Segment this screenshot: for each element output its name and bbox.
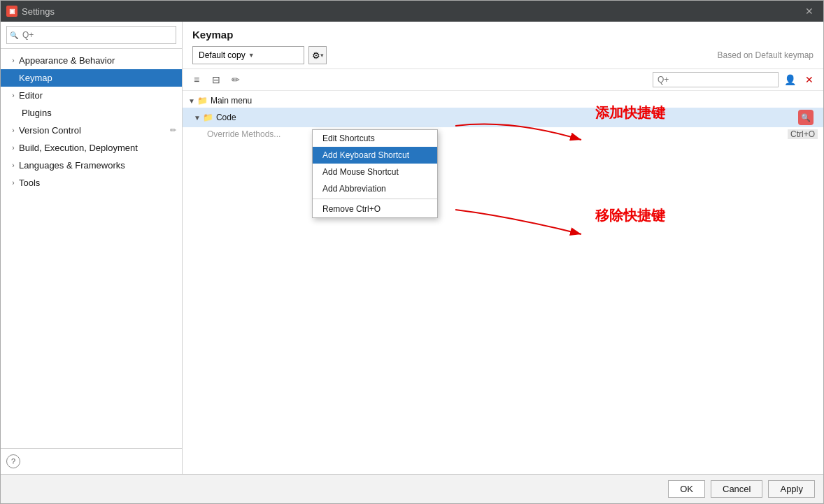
keymap-toolbar: Default copy ▼ ⚙ ▾ Based on Default keym… <box>192 46 814 64</box>
sidebar-label-appearance: Appearance & Behavior <box>19 55 115 66</box>
search-box <box>1 22 182 49</box>
help-button[interactable]: ? <box>6 454 20 468</box>
ctx-divider <box>313 199 437 199</box>
sidebar: › Appearance & Behavior Keymap › Editor … <box>1 22 183 474</box>
action-toolbar: ≡ ⊟ ✏ 👤 ✕ <box>183 69 823 91</box>
tree-label-main-menu: Main menu <box>211 96 818 106</box>
sidebar-item-tools[interactable]: › Tools <box>1 174 182 192</box>
apply-button[interactable]: Apply <box>768 480 815 498</box>
sidebar-bottom: ? <box>1 448 182 474</box>
context-menu: Edit Shortcuts Add Keyboard Shortcut Add… <box>312 129 438 218</box>
panel-title: Keymap <box>192 29 814 41</box>
settings-window: ▣ Settings ✕ › Appearance & Behavior <box>0 0 824 504</box>
ctx-edit-shortcuts[interactable]: Edit Shortcuts <box>313 130 437 147</box>
window-title: Settings <box>22 6 55 17</box>
sidebar-item-editor[interactable]: › Editor <box>1 87 182 104</box>
sidebar-item-build[interactable]: › Build, Execution, Deployment <box>1 139 182 157</box>
ctx-add-mouse-shortcut[interactable]: Add Mouse Shortcut <box>313 164 437 180</box>
sidebar-label-tools: Tools <box>19 178 40 188</box>
action-search-input[interactable] <box>653 72 779 87</box>
vcs-edit-icon: ✏ <box>170 126 176 135</box>
bottom-bar: OK Cancel Apply <box>1 474 823 503</box>
right-panel: Keymap Default copy ▼ ⚙ ▾ Based on Defau… <box>183 22 823 474</box>
sidebar-label-plugins: Plugins <box>22 108 52 118</box>
collapse-all-button[interactable]: ⊟ <box>208 72 225 87</box>
sidebar-item-version-control[interactable]: › Version Control ✏ <box>1 122 182 139</box>
ok-button[interactable]: OK <box>668 480 705 498</box>
cancel-button[interactable]: Cancel <box>711 480 762 498</box>
sidebar-label-vcs: Version Control <box>19 125 81 136</box>
tree-main-menu[interactable]: ▼ 📁 Main menu <box>183 94 823 108</box>
folder-icon-code: 📁 <box>203 113 213 122</box>
panel-header: Keymap Default copy ▼ ⚙ ▾ Based on Defau… <box>183 22 823 69</box>
sidebar-item-plugins[interactable]: Plugins <box>1 104 182 122</box>
tree-area: ▼ 📁 Main menu ▼ 📁 Code 🔍 Override Met <box>183 91 823 474</box>
keymap-dropdown[interactable]: Default copy ▼ <box>192 46 304 64</box>
sidebar-label-editor: Editor <box>19 90 43 101</box>
expand-arrow-build: › <box>9 144 17 152</box>
folder-icon-main-menu: 📁 <box>197 96 208 106</box>
search-icon: 🔍 <box>801 113 811 122</box>
add-shortcut-annotation: 添加快捷键 <box>595 103 665 122</box>
main-content: › Appearance & Behavior Keymap › Editor … <box>1 22 823 474</box>
search-expand-button[interactable]: 👤 <box>781 72 798 87</box>
expand-arrow-languages: › <box>9 161 17 169</box>
based-on-label: Based on Default keymap <box>718 50 814 60</box>
search-wrapper <box>6 26 176 44</box>
expand-arrow-vcs: › <box>9 127 17 134</box>
ctx-remove-ctrl-o[interactable]: Remove Ctrl+O <box>313 201 437 217</box>
keymap-dropdown-value: Default copy <box>199 50 246 60</box>
tree-arrow-code: ▼ <box>194 114 201 122</box>
title-bar-left: ▣ Settings <box>6 6 55 17</box>
expand-arrow-editor: › <box>9 92 17 99</box>
sidebar-label-languages: Languages & Frameworks <box>19 160 125 171</box>
gear-icon: ⚙ <box>312 50 320 61</box>
sidebar-search-input[interactable] <box>6 26 176 44</box>
expand-arrow-tools: › <box>9 179 17 187</box>
close-button[interactable]: ✕ <box>801 3 818 20</box>
sidebar-label-build: Build, Execution, Deployment <box>19 143 138 153</box>
app-icon: ▣ <box>6 6 17 17</box>
edit-action-button[interactable]: ✏ <box>227 72 244 87</box>
gear-button[interactable]: ⚙ ▾ <box>308 46 327 64</box>
title-bar: ▣ Settings ✕ <box>1 1 823 22</box>
ctx-add-keyboard-shortcut[interactable]: Add Keyboard Shortcut <box>313 147 437 164</box>
search-right-area: 👤 ✕ <box>653 72 818 87</box>
search-icon-box: 🔍 <box>798 110 814 125</box>
sidebar-item-languages[interactable]: › Languages & Frameworks <box>1 157 182 174</box>
sidebar-item-keymap[interactable]: Keymap <box>1 69 182 87</box>
close-search-button[interactable]: ✕ <box>801 72 818 87</box>
gear-dropdown-arrow: ▾ <box>320 52 324 59</box>
sidebar-label-keymap: Keymap <box>19 73 52 83</box>
dropdown-arrow-icon: ▼ <box>248 52 255 59</box>
sidebar-item-appearance[interactable]: › Appearance & Behavior <box>1 52 182 69</box>
expand-all-button[interactable]: ≡ <box>188 72 205 87</box>
expand-arrow-appearance: › <box>9 57 17 64</box>
ctx-add-abbreviation[interactable]: Add Abbreviation <box>313 180 437 197</box>
remove-shortcut-annotation: 移除快捷键 <box>595 206 665 225</box>
sidebar-nav: › Appearance & Behavior Keymap › Editor … <box>1 49 182 448</box>
tree-arrow-main-menu: ▼ <box>188 97 195 105</box>
override-shortcut: Ctrl+O <box>788 129 818 139</box>
